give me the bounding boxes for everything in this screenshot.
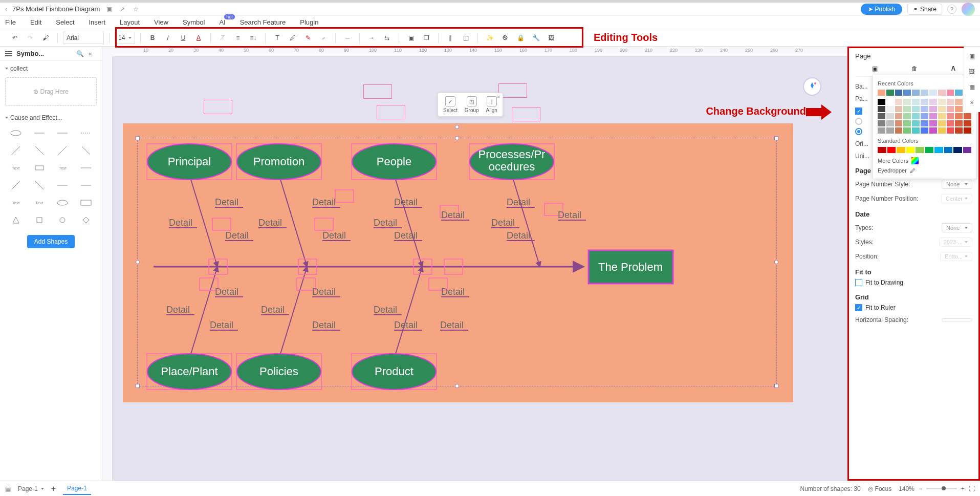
date-styles-select[interactable]: 2023-... <box>939 238 972 247</box>
color-swatch[interactable] <box>897 147 905 153</box>
page-select[interactable]: Page-1 <box>18 485 44 492</box>
color-swatch[interactable] <box>955 90 963 96</box>
shape-rect-sm[interactable] <box>29 160 50 176</box>
color-swatch[interactable] <box>912 113 920 119</box>
menu-file[interactable]: File <box>5 18 16 26</box>
color-swatch[interactable] <box>895 106 903 112</box>
shape-diag5[interactable] <box>5 178 27 193</box>
shape-line4[interactable] <box>52 178 74 193</box>
color-swatch[interactable] <box>938 106 946 112</box>
shape-text2[interactable]: Text <box>52 160 74 176</box>
color-swatch[interactable] <box>895 127 903 134</box>
ai-tool-icon[interactable]: ✨ <box>483 31 496 45</box>
color-swatch[interactable] <box>878 120 885 126</box>
eyedropper-button[interactable]: Eyedropper🖉 <box>878 167 971 174</box>
color-swatch[interactable] <box>929 106 937 112</box>
empty-shape[interactable] <box>363 84 392 99</box>
color-swatch[interactable] <box>964 127 971 134</box>
color-swatch[interactable] <box>878 127 885 134</box>
color-swatch[interactable] <box>887 147 896 153</box>
color-swatch[interactable] <box>953 147 962 153</box>
color-swatch[interactable] <box>955 99 963 105</box>
shape-rect[interactable] <box>75 195 97 210</box>
color-swatch[interactable] <box>912 106 920 112</box>
color-swatch[interactable] <box>963 147 972 153</box>
color-swatch[interactable] <box>921 120 928 126</box>
shape-diag3[interactable] <box>52 143 74 158</box>
color-swatch[interactable] <box>878 106 885 112</box>
empty-shape[interactable] <box>377 105 405 119</box>
color-swatch[interactable] <box>921 127 928 134</box>
menu-edit[interactable]: Edit <box>30 18 41 26</box>
add-shapes-button[interactable]: Add Shapes <box>27 235 75 248</box>
font-color-icon[interactable]: A <box>192 31 205 45</box>
shape-line2[interactable] <box>52 125 74 141</box>
more-colors-button[interactable]: More Colors <box>878 157 971 164</box>
color-swatch[interactable] <box>895 90 903 96</box>
shape-square-sm[interactable] <box>29 212 50 228</box>
color-swatch[interactable] <box>912 120 920 126</box>
color-swatch[interactable] <box>878 90 885 96</box>
color-swatch[interactable] <box>903 106 911 112</box>
shape-line5[interactable] <box>75 178 97 193</box>
ctx-select[interactable]: ✓Select <box>443 96 458 113</box>
color-swatch[interactable] <box>947 113 954 119</box>
color-swatch[interactable] <box>921 99 928 105</box>
line-style-icon[interactable]: ─ <box>341 31 354 45</box>
color-swatch[interactable] <box>878 113 885 119</box>
clear-format-icon[interactable]: T̸ <box>216 31 229 45</box>
color-swatch[interactable] <box>916 147 924 153</box>
color-swatch[interactable] <box>903 90 911 96</box>
color-swatch[interactable] <box>912 127 920 134</box>
close-icon[interactable]: ✕ <box>496 94 500 100</box>
color-swatch[interactable] <box>912 90 920 96</box>
help-icon[interactable]: ? <box>947 5 956 14</box>
color-swatch[interactable] <box>938 90 946 96</box>
menu-search-feature[interactable]: Search Feature <box>240 18 286 26</box>
line-ends-icon[interactable]: ⇆ <box>380 31 394 45</box>
page-tab[interactable]: Page-1 <box>63 483 91 495</box>
shape-text4[interactable]: Text <box>29 195 50 210</box>
font-family-select[interactable]: Arial <box>63 32 104 44</box>
lock-icon[interactable]: 🔒 <box>514 31 527 45</box>
avatar[interactable] <box>962 3 975 16</box>
color-swatch[interactable] <box>903 113 911 119</box>
zoom-in-icon[interactable]: + <box>961 485 965 492</box>
back-icon[interactable]: ‹ <box>5 6 7 13</box>
drag-here-area[interactable]: ⊕ Drag Here <box>5 77 97 106</box>
menu-plugin[interactable]: Plugin <box>300 18 318 26</box>
fit-to-drawing[interactable]: Fit to Drawing <box>855 279 972 286</box>
date-types-select[interactable]: None <box>942 223 972 232</box>
fill-tab-icon[interactable]: ▣ <box>872 65 878 72</box>
color-swatch[interactable] <box>938 113 946 119</box>
color-swatch[interactable] <box>886 120 894 126</box>
color-swatch[interactable] <box>938 120 946 126</box>
shape-circle-sm[interactable] <box>52 212 74 228</box>
color-swatch[interactable] <box>929 99 937 105</box>
color-swatch[interactable] <box>947 127 954 134</box>
layout-icon[interactable]: ▤ <box>5 485 11 492</box>
color-swatch[interactable] <box>878 147 886 153</box>
collapse-strip-icon[interactable]: » <box>966 97 977 108</box>
color-swatch[interactable] <box>955 106 963 112</box>
pn-pos-select[interactable]: Center <box>941 194 972 203</box>
search-icon[interactable]: 🔍 <box>76 50 84 57</box>
color-swatch[interactable] <box>895 113 903 119</box>
star-icon[interactable]: ☆ <box>132 5 140 13</box>
color-swatch[interactable] <box>964 120 971 126</box>
color-swatch[interactable] <box>955 113 963 119</box>
fill-strip-icon[interactable]: ▣ <box>966 51 977 62</box>
ai-badge-icon[interactable] <box>803 77 821 96</box>
shape-line3[interactable] <box>75 160 97 176</box>
color-swatch[interactable] <box>895 99 903 105</box>
protect-icon[interactable]: 🛇 <box>498 31 512 45</box>
shape-ellipse[interactable] <box>5 125 27 141</box>
menu-insert[interactable]: Insert <box>89 18 106 26</box>
color-swatch[interactable] <box>947 99 954 105</box>
redo-icon[interactable]: ↷ <box>24 31 37 45</box>
layers-icon[interactable]: ❐ <box>420 31 433 45</box>
shape-ellipse2[interactable] <box>52 195 74 210</box>
menu-symbol[interactable]: Symbol <box>183 18 205 26</box>
color-swatch[interactable] <box>929 120 937 126</box>
hamburger-icon[interactable] <box>5 51 12 56</box>
